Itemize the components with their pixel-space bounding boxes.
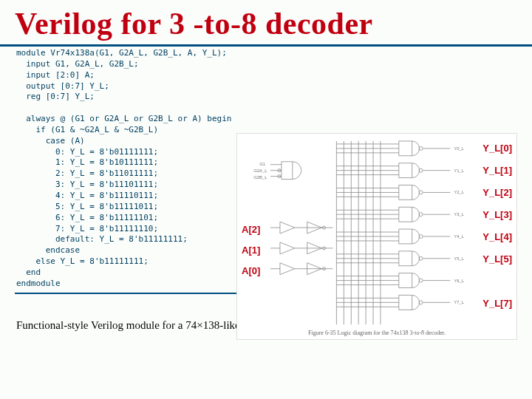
annot-y1: Y_L[1] — [482, 165, 512, 176]
gate-out-3: Y3_L — [454, 212, 465, 216]
annot-a0: A[0] — [242, 265, 260, 276]
gate-out-4: Y4_L — [454, 234, 465, 239]
annot-y0: Y_L[0] — [482, 143, 512, 154]
gate-out-0: Y0_L — [454, 146, 465, 151]
gate-out-7: Y7_L — [454, 300, 465, 304]
decoder-schematic-svg: Y0_L Y1_L Y2_L Y3_L Y4_L Y5_L Y6_L Y7_L … — [237, 134, 516, 339]
enable-g1: G1 — [259, 162, 266, 166]
gate-out-2: Y2_L — [454, 190, 465, 194]
annot-y4: Y_L[4] — [482, 231, 512, 242]
annot-y3: Y_L[3] — [482, 209, 512, 220]
enable-g2a: G2A_L — [253, 168, 267, 173]
gate-out-6: Y6_L — [454, 279, 465, 283]
figure-caption: Figure 6-35 Logic diagram for the 74x138… — [237, 330, 516, 336]
annot-y2: Y_L[2] — [482, 187, 512, 198]
annot-a2: A[2] — [242, 224, 260, 235]
annot-a1: A[1] — [242, 245, 260, 256]
gate-out-5: Y5_L — [454, 256, 465, 261]
logic-diagram: Y0_L Y1_L Y2_L Y3_L Y4_L Y5_L Y6_L Y7_L … — [236, 133, 517, 340]
annot-y5: Y_L[5] — [482, 253, 512, 265]
annot-y7: Y_L[7] — [482, 298, 512, 309]
page-title: Verilog for 3 -to-8 decoder — [0, 0, 532, 47]
gate-out-1: Y1_L — [454, 168, 465, 173]
enable-g2b: G2B_L — [253, 175, 267, 180]
